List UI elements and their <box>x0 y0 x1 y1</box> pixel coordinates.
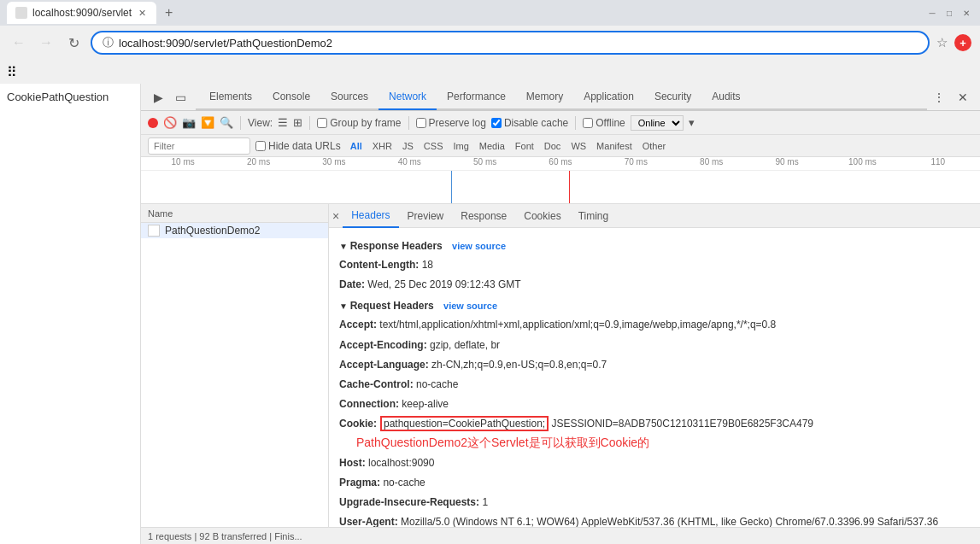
type-doc[interactable]: Doc <box>540 140 566 152</box>
bookmark-icon[interactable]: ☆ <box>936 35 948 50</box>
tab-network[interactable]: Network <box>379 85 437 110</box>
close-btn[interactable]: ✕ <box>959 6 973 20</box>
search-icon[interactable]: 🔍 <box>220 116 233 129</box>
tab-performance[interactable]: Performance <box>437 85 516 110</box>
cookie-annotation: PathQuestionDemo2这个Servlet是可以获取到Cookie的 <box>356 433 649 452</box>
offline-checkbox[interactable]: Offline <box>583 117 625 129</box>
filter-input[interactable] <box>148 137 250 155</box>
tl-110: 110 <box>901 157 976 170</box>
address-bar: ← → ↻ ⓘ ☆ + <box>0 26 980 60</box>
security-icon: ⓘ <box>103 35 114 50</box>
devtools-toolbar: ▶ ▭ Elements Console Sources Network Per… <box>141 84 980 111</box>
tl-60ms: 60 ms <box>523 157 598 170</box>
type-ws[interactable]: WS <box>566 140 590 152</box>
filter-icon[interactable]: 🔽 <box>201 116 214 129</box>
tab-elements[interactable]: Elements <box>199 85 262 110</box>
inspect-element-btn[interactable]: ▶ <box>148 87 168 108</box>
detail-tab-preview[interactable]: Preview <box>399 204 453 228</box>
grid-view-icon[interactable]: ⊞ <box>293 116 302 129</box>
back-button[interactable]: ← <box>9 32 29 53</box>
tab-sources[interactable]: Sources <box>320 85 379 110</box>
response-view-source[interactable]: view source <box>452 241 506 251</box>
request-item[interactable]: PathQuestionDemo2 <box>141 223 328 238</box>
browser-tab[interactable]: localhost:9090/servlet ✕ <box>7 2 156 24</box>
apps-icon[interactable]: ⠿ <box>7 64 17 80</box>
req-connection: Connection: keep-alive <box>339 395 970 414</box>
tab-console[interactable]: Console <box>262 85 320 110</box>
type-css[interactable]: CSS <box>420 140 448 152</box>
type-img[interactable]: Img <box>449 140 472 152</box>
req-accept: Accept: text/html,application/xhtml+xml,… <box>339 315 970 335</box>
record-button[interactable] <box>148 118 158 128</box>
req-host: Host: localhost:9090 <box>339 453 970 473</box>
address-bar-input-wrap: ⓘ <box>91 31 930 55</box>
type-xhr[interactable]: XHR <box>368 140 396 152</box>
online-select[interactable]: Online <box>631 115 684 131</box>
req-accept-language: Accept-Language: zh-CN,zh;q=0.9,en-US;q=… <box>339 355 970 375</box>
details-panel: × Headers Preview Response Cookies Timin… <box>329 204 980 527</box>
tab-memory[interactable]: Memory <box>516 85 573 110</box>
list-view-icon[interactable]: ☰ <box>278 116 288 129</box>
response-content-length: Content-Length: 18 <box>339 255 970 275</box>
tl-90ms: 90 ms <box>749 157 824 170</box>
address-input[interactable] <box>119 37 918 50</box>
tab-close-btn[interactable]: ✕ <box>137 6 148 20</box>
window-controls: ─ □ ✕ <box>925 6 973 20</box>
type-js[interactable]: JS <box>398 140 418 152</box>
type-manifest[interactable]: Manifest <box>592 140 637 152</box>
detail-tab-cookies[interactable]: Cookies <box>515 204 569 228</box>
type-all[interactable]: All <box>346 140 367 152</box>
group-by-frame-checkbox[interactable]: Group by frame <box>317 117 401 129</box>
disable-cache-input[interactable] <box>491 118 502 128</box>
detail-close-btn[interactable]: × <box>332 209 339 223</box>
type-font[interactable]: Font <box>511 140 538 152</box>
minimize-btn[interactable]: ─ <box>925 6 939 20</box>
view-label: View: <box>248 117 273 129</box>
separator4 <box>575 116 576 130</box>
detail-tab-response[interactable]: Response <box>452 204 515 228</box>
page-text: CookiePathQuestion <box>7 91 109 103</box>
refresh-button[interactable]: ↻ <box>63 32 84 53</box>
camera-icon[interactable]: 📷 <box>182 116 196 129</box>
chrome-menu-btn[interactable]: + <box>954 34 971 51</box>
detail-tab-headers[interactable]: Headers <box>343 204 398 228</box>
tl-50ms: 50 ms <box>447 157 522 170</box>
forward-button[interactable]: → <box>36 32 56 53</box>
maximize-btn[interactable]: □ <box>942 6 956 20</box>
detail-tab-timing[interactable]: Timing <box>570 204 618 228</box>
tl-100ms: 100 ms <box>824 157 900 170</box>
device-toolbar-btn[interactable]: ▭ <box>170 87 191 108</box>
req-upgrade-insecure: Upgrade-Insecure-Requests: 1 <box>339 493 970 512</box>
cookie-extra: JSESSIONID=8ADB750C1210311E79B0E6825F3CA… <box>552 418 814 430</box>
tab-security[interactable]: Security <box>644 85 701 110</box>
hide-data-urls-checkbox[interactable]: Hide data URLs <box>255 140 341 152</box>
devtools-overflow-btn[interactable]: ⋮ <box>929 87 949 108</box>
type-media[interactable]: Media <box>475 140 509 152</box>
clear-log-button[interactable]: 🚫 <box>163 116 177 129</box>
devtools-close-btn[interactable]: ✕ <box>953 87 973 108</box>
preserve-log-checkbox[interactable]: Preserve log <box>416 117 486 129</box>
response-date: Date: Wed, 25 Dec 2019 09:12:43 GMT <box>339 275 970 295</box>
online-down-icon[interactable]: ▾ <box>689 116 695 129</box>
tab-application[interactable]: Application <box>573 85 644 110</box>
timeline-chart <box>141 171 980 204</box>
tab-audits[interactable]: Audits <box>701 85 750 110</box>
network-content: Name PathQuestionDemo2 × Headers Preview… <box>141 204 980 527</box>
hide-data-urls-input[interactable] <box>255 141 266 151</box>
preserve-log-input[interactable] <box>416 118 426 128</box>
request-list: Name PathQuestionDemo2 <box>141 204 329 527</box>
request-headers-section[interactable]: Request Headers view source <box>339 300 970 312</box>
new-tab-button[interactable]: + <box>160 5 178 20</box>
offline-input[interactable] <box>583 118 593 128</box>
group-by-frame-input[interactable] <box>317 118 327 128</box>
status-text: 1 requests | 92 B transferred | Finis... <box>148 531 302 541</box>
apps-bar: ⠿ <box>0 60 980 84</box>
response-headers-section[interactable]: Response Headers view source <box>339 240 970 252</box>
tl-80ms: 80 ms <box>674 157 749 170</box>
separator2 <box>309 116 310 130</box>
disable-cache-checkbox[interactable]: Disable cache <box>491 117 568 129</box>
type-other[interactable]: Other <box>638 140 671 152</box>
tl-10ms: 10 ms <box>145 157 220 170</box>
timeline-line-red <box>569 171 570 204</box>
request-view-source[interactable]: view source <box>443 301 497 311</box>
